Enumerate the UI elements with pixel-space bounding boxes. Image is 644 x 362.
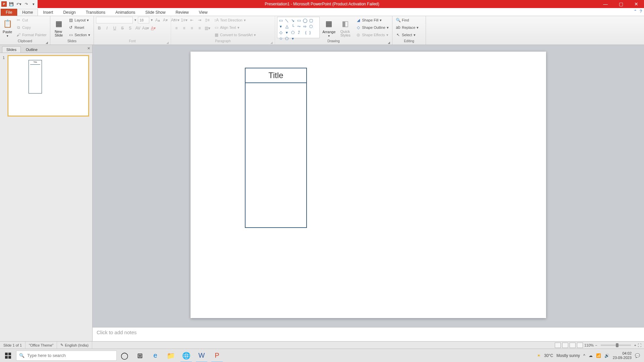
find-button[interactable]: 🔍Find <box>394 17 420 23</box>
status-theme[interactable]: "Office Theme" <box>25 342 57 349</box>
tab-slideshow[interactable]: Slide Show <box>140 9 170 16</box>
clipboard-launcher-icon[interactable]: ◢ <box>46 41 48 44</box>
font-family-combo[interactable] <box>96 17 133 23</box>
numbering-icon[interactable]: 1≡▾ <box>181 17 187 23</box>
bullets-icon[interactable]: •≡▾ <box>173 17 180 23</box>
close-button[interactable]: ✕ <box>629 0 644 8</box>
shape-connector-icon[interactable]: ⤴ <box>296 30 302 35</box>
columns-icon[interactable]: ▥▾ <box>204 25 211 32</box>
char-spacing-icon[interactable]: AV <box>135 25 141 32</box>
drawing-launcher-icon[interactable]: ◢ <box>388 41 390 44</box>
minimize-button[interactable]: — <box>598 0 613 8</box>
shape-more2-icon[interactable]: ▾ <box>284 30 289 35</box>
chrome-icon[interactable]: 🌐 <box>178 349 194 362</box>
shape-more1-icon[interactable]: ▾ <box>278 24 283 29</box>
shape-callout-icon[interactable]: ◇ <box>278 30 283 35</box>
change-case-icon[interactable]: Aa▾ <box>142 25 149 32</box>
new-slide-button[interactable]: ▦ New Slide <box>52 17 65 39</box>
italic-icon[interactable]: I <box>104 25 110 32</box>
zoom-slider[interactable] <box>601 345 631 346</box>
shapes-gallery[interactable]: ▭ ＼ ↘ ▭ ◯ ▢ ▾ △ └ ⤳ ⇨ ⬡ ◇ ▾ ⬠ ⤴ ｛ ｝ ☆ ⬠ <box>277 17 320 38</box>
line-spacing-icon[interactable]: ‡≡ <box>204 17 211 23</box>
shape-effects-button[interactable]: ◎Shape Effects ▾ <box>355 32 390 38</box>
text-direction-button[interactable]: ↕AText Direction ▾ <box>213 17 257 23</box>
cut-button[interactable]: ✂Cut <box>15 17 48 23</box>
shape-arrow-icon[interactable]: ↘ <box>290 18 296 23</box>
word-icon[interactable]: W <box>194 349 209 362</box>
ribbon-minimize-icon[interactable]: ⌃ <box>634 9 637 14</box>
layout-button[interactable]: ▤Layout ▾ <box>67 17 92 23</box>
help-icon[interactable]: ? <box>640 9 642 14</box>
status-slide-position[interactable]: Slide 1 of 1 <box>0 342 25 349</box>
sorter-view-button[interactable] <box>562 343 568 348</box>
shape-brace-icon[interactable]: ｛ <box>302 30 308 35</box>
tab-insert[interactable]: Insert <box>38 9 58 16</box>
tab-file[interactable]: File <box>1 9 17 16</box>
volume-icon[interactable]: 🔊 <box>604 353 609 358</box>
file-explorer-icon[interactable]: 📁 <box>163 349 178 362</box>
paste-button[interactable]: 📋 Paste ▼ <box>2 17 13 39</box>
panel-tab-outline[interactable]: Outline <box>21 46 42 53</box>
weather-temp[interactable]: 30°C <box>544 353 553 358</box>
slide-stage[interactable]: Title <box>93 45 644 327</box>
undo-icon[interactable]: ↶▾ <box>16 1 21 7</box>
grow-font-icon[interactable]: A▴ <box>154 17 161 23</box>
table-shape[interactable]: Title <box>245 68 307 228</box>
start-button[interactable] <box>0 349 16 362</box>
shape-rectangle-icon[interactable]: ▭ <box>296 18 302 23</box>
zoom-out-button[interactable]: − <box>595 343 597 347</box>
thumbnails-area[interactable]: 1 Title <box>0 53 92 341</box>
redo-icon[interactable]: ↷ <box>23 1 29 7</box>
font-launcher-icon[interactable]: ◢ <box>166 41 169 44</box>
shape-rounded-rect-icon[interactable]: ▢ <box>308 18 314 23</box>
increase-indent-icon[interactable]: ⇥ <box>196 17 203 23</box>
tab-transitions[interactable]: Transitions <box>81 9 110 16</box>
slide-canvas[interactable]: Title <box>191 52 546 318</box>
copy-button[interactable]: ⧉Copy <box>15 24 48 31</box>
clear-formatting-icon[interactable]: A⃠ <box>170 17 176 23</box>
underline-icon[interactable]: U <box>111 25 118 32</box>
align-left-icon[interactable]: ≡ <box>173 25 180 32</box>
shape-flowchart-icon[interactable]: ⬠ <box>290 30 296 35</box>
align-text-button[interactable]: ▭Align Text ▾ <box>213 24 257 31</box>
shrink-font-icon[interactable]: A▾ <box>162 17 169 23</box>
normal-view-button[interactable] <box>555 343 561 348</box>
shape-triangle-icon[interactable]: △ <box>284 24 289 29</box>
zoom-in-button[interactable]: + <box>634 343 636 347</box>
taskbar-search[interactable]: 🔍 Type here to search <box>16 351 117 361</box>
edge-icon[interactable]: e <box>148 349 163 362</box>
tab-view[interactable]: View <box>194 9 213 16</box>
shape-textbox-icon[interactable]: ▭ <box>278 18 283 23</box>
maximize-button[interactable]: ▢ <box>613 0 629 8</box>
tab-animations[interactable]: Animations <box>110 9 140 16</box>
tray-overflow-icon[interactable]: ^ <box>583 353 585 358</box>
weather-desc[interactable]: Mostly sunny <box>556 353 580 358</box>
shape-fill-button[interactable]: ◢Shape Fill ▾ <box>355 17 390 23</box>
weather-icon[interactable]: ☀ <box>537 353 541 358</box>
align-right-icon[interactable]: ≡ <box>189 25 195 32</box>
decrease-indent-icon[interactable]: ⇤ <box>189 17 195 23</box>
shadow-icon[interactable]: S <box>127 25 133 32</box>
justify-icon[interactable]: ≡ <box>196 25 203 32</box>
section-button[interactable]: ▭Section ▾ <box>67 32 92 38</box>
onedrive-icon[interactable]: ☁ <box>589 353 593 358</box>
powerpoint-taskbar-icon[interactable]: P <box>209 349 225 362</box>
paragraph-launcher-icon[interactable]: ◢ <box>270 41 273 44</box>
task-view-icon[interactable]: ⊞ <box>132 349 148 362</box>
table-title-cell[interactable]: Title <box>246 68 306 83</box>
shape-hexagon-icon[interactable]: ⬡ <box>308 24 314 29</box>
notifications-icon[interactable]: 💬 <box>635 353 640 358</box>
shape-outline-button[interactable]: ◇Shape Outline ▾ <box>355 24 390 31</box>
reset-button[interactable]: ↺Reset <box>67 24 92 31</box>
taskbar-clock[interactable]: 04:02 23-09-2023 <box>613 351 632 359</box>
slide-thumbnail-1[interactable]: Title <box>8 56 89 116</box>
bold-icon[interactable]: B <box>96 25 103 32</box>
status-language[interactable]: ✎English (India) <box>57 342 92 349</box>
shape-line-icon[interactable]: ＼ <box>284 18 289 23</box>
shape-block-arrow-icon[interactable]: ⇨ <box>302 24 308 29</box>
notes-pane[interactable]: Click to add notes <box>93 327 644 341</box>
wifi-icon[interactable]: 📶 <box>596 353 601 358</box>
qat-customize-icon[interactable]: ▾ <box>31 1 36 7</box>
align-center-icon[interactable]: ≡ <box>181 25 187 32</box>
slideshow-view-button[interactable] <box>577 343 583 348</box>
